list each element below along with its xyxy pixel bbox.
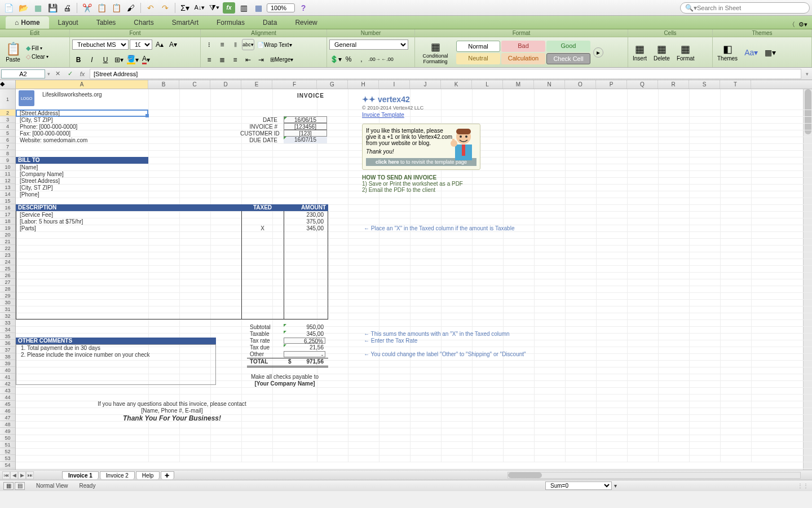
currency-icon[interactable]: 💲▾ (329, 54, 342, 65)
increase-font-icon[interactable]: A▴ (153, 39, 166, 50)
row-header[interactable]: 25 (0, 265, 15, 272)
fill-color-button[interactable]: 🪣▾ (126, 54, 139, 65)
row-header[interactable]: 28 (0, 286, 15, 292)
align-top-icon[interactable]: ⫶ (203, 39, 215, 50)
select-all-corner[interactable]: ◆ (0, 80, 15, 89)
row-header[interactable]: 26 (0, 272, 15, 279)
row-header[interactable]: 37 (0, 347, 15, 353)
new-icon[interactable]: 📄 (2, 2, 15, 14)
border-button[interactable]: ⊞▾ (113, 54, 125, 65)
toolbox-icon[interactable]: ▦ (252, 2, 264, 14)
font-color-button[interactable]: A▾ (140, 54, 152, 65)
tab-home[interactable]: ⌂ Home (6, 16, 49, 29)
formula-input[interactable] (90, 69, 801, 79)
column-header[interactable]: G (317, 80, 348, 89)
row-header[interactable]: 42 (0, 380, 15, 387)
search-box[interactable]: 🔍▾ (680, 2, 810, 14)
last-sheet-icon[interactable]: ⏭ (26, 471, 34, 479)
other-value[interactable]: - (284, 351, 325, 357)
row-header[interactable]: 39 (0, 360, 15, 367)
tab-formulas[interactable]: Formulas (208, 16, 254, 29)
paste-icon[interactable]: 📋 (110, 2, 122, 14)
column-header[interactable]: J (410, 80, 441, 89)
font-name-select[interactable]: Trebuchet MS (72, 40, 129, 50)
align-middle-icon[interactable]: ≡ (216, 39, 228, 50)
row-header[interactable]: 34 (0, 326, 15, 333)
format-cells-button[interactable]: ▦Format (674, 42, 697, 63)
row-header[interactable]: 54 (0, 462, 15, 468)
show-hide-icon[interactable]: ▥ (237, 2, 250, 14)
add-sheet-button[interactable]: ✚ (161, 471, 174, 479)
clear-button[interactable]: ◇Clear▾ (26, 53, 48, 60)
row-header[interactable]: 16 (0, 204, 15, 211)
tab-smartart[interactable]: SmartArt (163, 16, 208, 29)
column-header[interactable]: S (689, 80, 720, 89)
fill-button[interactable]: ◆Fill▾ (26, 45, 48, 52)
sheet-tab-invoice2[interactable]: Invoice 2 (100, 471, 135, 479)
tab-charts[interactable]: Charts (125, 16, 162, 29)
spreadsheet-area[interactable]: ◆ 12345678910111213141516171819202122232… (0, 80, 812, 470)
page-layout-view-icon[interactable]: ▤ (15, 482, 25, 490)
italic-button[interactable]: I (86, 54, 98, 65)
align-right-icon[interactable]: ≡ (229, 54, 241, 65)
workbook-icon[interactable]: ▦ (32, 2, 44, 14)
value-invoice-no[interactable]: [123456] (284, 123, 327, 130)
row-header[interactable]: 20 (0, 231, 15, 238)
undo-icon[interactable]: ↶ (144, 2, 157, 14)
value-customer-id[interactable]: [123] (284, 130, 327, 137)
tab-review[interactable]: Review (286, 16, 326, 29)
sheet-tab-help[interactable]: Help (136, 471, 160, 479)
align-left-icon[interactable]: ≡ (203, 54, 215, 65)
row-header[interactable]: 36 (0, 340, 15, 347)
resize-grip-icon[interactable]: ⋮⋮ (797, 483, 809, 489)
row-header[interactable]: 13 (0, 184, 15, 191)
row-header[interactable]: 46 (0, 408, 15, 414)
sort-icon[interactable]: A↓▾ (193, 2, 206, 14)
search-input[interactable] (697, 5, 805, 11)
row-header[interactable]: 27 (0, 279, 15, 286)
row-header[interactable]: 5 (0, 130, 15, 137)
row-header[interactable]: 18 (0, 218, 15, 225)
name-box[interactable] (1, 69, 45, 78)
open-icon[interactable]: 📂 (17, 2, 29, 14)
row-header[interactable]: 12 (0, 177, 15, 184)
sum-select[interactable]: Sum=0 (545, 481, 612, 490)
decrease-indent-icon[interactable]: ⇤ (242, 54, 254, 65)
row-header[interactable]: 52 (0, 448, 15, 455)
column-header[interactable]: P (596, 80, 627, 89)
cancel-formula-icon[interactable]: ✕ (52, 69, 63, 78)
row-header[interactable]: 30 (0, 299, 15, 306)
zoom-input[interactable] (267, 3, 295, 12)
column-header[interactable]: T (720, 80, 751, 89)
decrease-decimal-icon[interactable]: ←.00 (381, 54, 394, 65)
paste-button[interactable]: 📋 Paste (2, 41, 24, 64)
wrap-text-button[interactable]: 📄 Wrap Text ▾ (255, 39, 294, 50)
bold-button[interactable]: B (72, 54, 85, 65)
row-header[interactable]: 45 (0, 401, 15, 408)
row-header[interactable]: 6 (0, 137, 15, 143)
column-header[interactable]: R (658, 80, 689, 89)
taxrate-value[interactable]: 6,250% (284, 338, 325, 344)
row-header[interactable]: 21 (0, 238, 15, 245)
row-header[interactable]: 40 (0, 367, 15, 374)
column-header[interactable]: N (534, 80, 565, 89)
sum-dropdown-icon[interactable]: ▾ (614, 483, 617, 489)
prev-sheet-icon[interactable]: ◀ (10, 471, 18, 479)
row-header[interactable]: 19 (0, 225, 15, 231)
next-sheet-icon[interactable]: ▶ (18, 471, 26, 479)
row-header[interactable]: 31 (0, 306, 15, 313)
conditional-formatting-button[interactable]: ▦ Conditional Formatting (417, 40, 453, 65)
row-header[interactable]: 47 (0, 414, 15, 421)
column-header[interactable]: Q (627, 80, 658, 89)
row-header[interactable]: 51 (0, 441, 15, 448)
increase-indent-icon[interactable]: ⇥ (255, 54, 267, 65)
row-header[interactable]: 10 (0, 164, 15, 170)
row-header[interactable]: 15 (0, 198, 15, 204)
vertex-template-link[interactable]: Invoice Template (362, 112, 480, 118)
help-icon[interactable]: ? (297, 2, 310, 14)
first-sheet-icon[interactable]: ⏮ (2, 471, 10, 479)
sheet-tab-invoice1[interactable]: Invoice 1 (62, 471, 99, 479)
column-header[interactable]: A (16, 80, 148, 89)
accept-formula-icon[interactable]: ✓ (65, 69, 75, 78)
column-header[interactable]: E (241, 80, 272, 89)
